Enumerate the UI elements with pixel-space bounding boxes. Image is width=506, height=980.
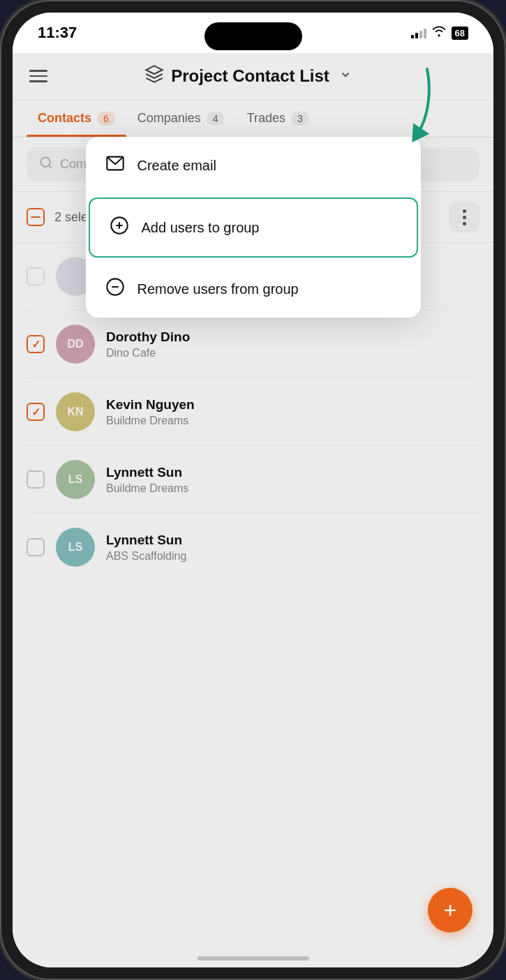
- dropdown-label-add-to-group: Add users to group: [142, 220, 260, 236]
- dynamic-island: [204, 22, 302, 50]
- status-icons: 68: [411, 26, 468, 40]
- dropdown-item-remove-from-group[interactable]: Remove users from group: [86, 260, 421, 318]
- dropdown-label-remove-from-group: Remove users from group: [137, 281, 299, 297]
- status-time: 11:37: [38, 24, 77, 42]
- dropdown-menu: Create email Add users to group: [86, 137, 421, 318]
- email-icon: [105, 154, 125, 177]
- minus-circle-icon: [105, 277, 125, 301]
- app-content: Project Contact List Contacts 6 Companie: [13, 53, 493, 967]
- status-bar: 11:37 68: [13, 13, 493, 53]
- phone-screen: 11:37 68: [13, 13, 493, 967]
- add-contact-fab[interactable]: +: [428, 888, 472, 933]
- signal-bars-icon: [411, 27, 426, 38]
- dropdown-item-add-to-group[interactable]: Add users to group: [89, 198, 418, 258]
- wifi-icon: [432, 26, 446, 40]
- dropdown-item-create-email[interactable]: Create email: [86, 137, 421, 195]
- battery-indicator: 68: [452, 27, 468, 40]
- fab-plus-icon: +: [444, 899, 457, 921]
- dropdown-label-create-email: Create email: [137, 158, 216, 174]
- add-circle-icon: [110, 216, 129, 239]
- phone-frame: 11:37 68: [0, 0, 506, 980]
